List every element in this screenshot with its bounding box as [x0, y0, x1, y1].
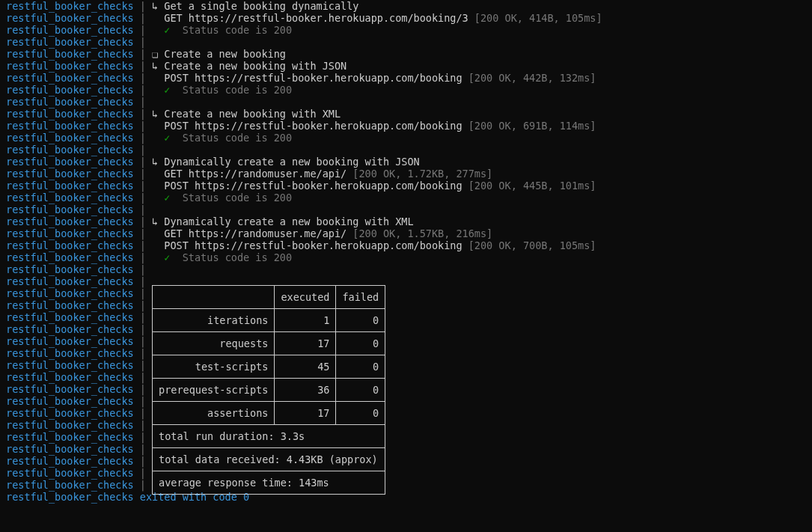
log-content: ❏ Create a new booking: [152, 48, 286, 60]
log-separator: |: [134, 251, 152, 263]
log-separator: |: [134, 132, 152, 144]
summary-row: assertions170: [153, 402, 385, 425]
log-content: ↳ Create a new booking with XML: [152, 108, 341, 120]
log-line: restful_booker_checks | ↳ Dynamically cr…: [0, 156, 812, 168]
summary-row-failed: 0: [336, 355, 385, 379]
log-source-prefix: restful_booker_checks: [0, 60, 134, 72]
response-stats: [200 OK, 1.57KB, 216ms]: [352, 227, 492, 239]
assertion-text: Status code is 200: [170, 24, 292, 36]
terminal-output: restful_booker_checks | ↳ Get a single b…: [0, 0, 812, 503]
log-separator: |: [134, 431, 152, 443]
log-separator: |: [134, 311, 152, 323]
log-line: restful_booker_checks | ✓ Status code is…: [0, 24, 812, 36]
log-separator: |: [134, 60, 152, 72]
log-separator: |: [134, 395, 152, 407]
log-line: restful_booker_checks | ✓ Status code is…: [0, 84, 812, 96]
log-separator: |: [134, 371, 152, 383]
log-line: restful_booker_checks |: [0, 407, 812, 419]
log-source-prefix: restful_booker_checks: [0, 24, 134, 36]
log-line: restful_booker_checks |: [0, 347, 812, 359]
log-line: restful_booker_checks | ✓ Status code is…: [0, 251, 812, 263]
log-source-prefix: restful_booker_checks: [0, 215, 134, 227]
log-line: restful_booker_checks |: [0, 204, 812, 215]
log-line: restful_booker_checks |: [0, 395, 812, 407]
summary-row-failed: 0: [336, 402, 385, 425]
summary-row-label: requests: [153, 332, 275, 355]
response-stats: [200 OK, 1.72KB, 277ms]: [352, 168, 492, 180]
log-separator: |: [134, 156, 152, 168]
log-content: ✓ Status code is 200: [152, 132, 292, 144]
log-line: restful_booker_checks | POST https://res…: [0, 120, 812, 132]
log-content: ✓ Status code is 200: [152, 251, 292, 263]
log-separator: |: [134, 0, 152, 12]
log-content: GET https://restful-booker.herokuapp.com…: [152, 12, 602, 24]
log-source-prefix: restful_booker_checks: [0, 431, 134, 443]
log-source-prefix: restful_booker_checks: [0, 419, 134, 431]
log-content: ✓ Status code is 200: [152, 192, 292, 204]
log-source-prefix: restful_booker_checks: [0, 443, 134, 455]
log-line: restful_booker_checks | executedfailedit…: [0, 275, 812, 287]
log-separator: |: [134, 359, 152, 371]
corner-icon: ↳: [152, 108, 164, 120]
log-source-prefix: restful_booker_checks: [0, 144, 134, 156]
log-line: restful_booker_checks | ↳ Create a new b…: [0, 108, 812, 120]
log-source-prefix: restful_booker_checks: [0, 383, 134, 395]
log-line: restful_booker_checks | ↳ Create a new b…: [0, 60, 812, 72]
log-line: restful_booker_checks |: [0, 263, 812, 275]
log-content: ↳ Create a new booking with JSON: [152, 60, 347, 72]
log-source-prefix: restful_booker_checks: [0, 120, 134, 132]
log-source-prefix: restful_booker_checks: [0, 371, 134, 383]
log-source-prefix: restful_booker_checks: [0, 287, 134, 299]
log-content: ✓ Status code is 200: [152, 24, 292, 36]
log-separator: |: [134, 84, 152, 96]
log-line: restful_booker_checks |: [0, 287, 812, 299]
log-line: restful_booker_checks |: [0, 479, 812, 491]
log-line: restful_booker_checks |: [0, 335, 812, 347]
log-source-prefix: restful_booker_checks: [0, 359, 134, 371]
log-separator: |: [134, 263, 152, 275]
log-separator: |: [134, 443, 152, 455]
log-separator: |: [134, 12, 152, 24]
log-source-prefix: restful_booker_checks: [0, 168, 134, 180]
log-line: restful_booker_checks | ✓ Status code is…: [0, 192, 812, 204]
log-line: restful_booker_checks | GET https://rand…: [0, 168, 812, 180]
log-line: restful_booker_checks |: [0, 323, 812, 335]
log-source-prefix: restful_booker_checks: [0, 311, 134, 323]
log-line: restful_booker_checks | POST https://res…: [0, 72, 812, 84]
summary-header-failed: failed: [336, 286, 385, 309]
summary-row-label: assertions: [153, 402, 275, 425]
log-source-prefix: restful_booker_checks: [0, 479, 134, 491]
summary-row-executed: 36: [275, 379, 336, 402]
log-separator: |: [134, 347, 152, 359]
summary-row: requests170: [153, 332, 385, 355]
log-source-prefix: restful_booker_checks: [0, 156, 134, 168]
log-content: GET https://randomuser.me/api/ [200 OK, …: [152, 168, 492, 180]
log-source-prefix: restful_booker_checks: [0, 108, 134, 120]
response-stats: [200 OK, 442B, 132ms]: [468, 72, 596, 84]
log-content: ↳ Get a single booking dynamically: [152, 0, 358, 12]
summary-row-executed: 17: [275, 332, 336, 355]
exit-line: restful_booker_checks exited with code 0: [0, 491, 812, 503]
log-line: restful_booker_checks |: [0, 144, 812, 156]
log-content: POST https://restful-booker.herokuapp.co…: [152, 72, 596, 84]
log-separator: |: [134, 239, 152, 251]
folder-icon: ❏: [152, 48, 164, 60]
summary-row: prerequest-scripts360: [153, 379, 385, 402]
log-line: restful_booker_checks |: [0, 467, 812, 479]
summary-footer-line: total run duration: 3.3s: [153, 425, 385, 448]
log-source-prefix: restful_booker_checks: [0, 275, 134, 287]
log-line: restful_booker_checks |: [0, 443, 812, 455]
assertion-text: Status code is 200: [170, 132, 292, 144]
log-line: restful_booker_checks | ✓ Status code is…: [0, 132, 812, 144]
log-content: GET https://randomuser.me/api/ [200 OK, …: [152, 227, 492, 239]
log-source-prefix: restful_booker_checks: [0, 0, 134, 12]
log-separator: |: [134, 419, 152, 431]
log-separator: |: [134, 227, 152, 239]
summary-row-label: prerequest-scripts: [153, 379, 275, 402]
log-source-prefix: restful_booker_checks: [0, 48, 134, 60]
log-line: restful_booker_checks |: [0, 311, 812, 323]
response-stats: [200 OK, 414B, 105ms]: [474, 12, 602, 24]
log-line: restful_booker_checks | ↳ Get a single b…: [0, 0, 812, 12]
log-separator: |: [134, 215, 152, 227]
log-separator: |: [134, 24, 152, 36]
